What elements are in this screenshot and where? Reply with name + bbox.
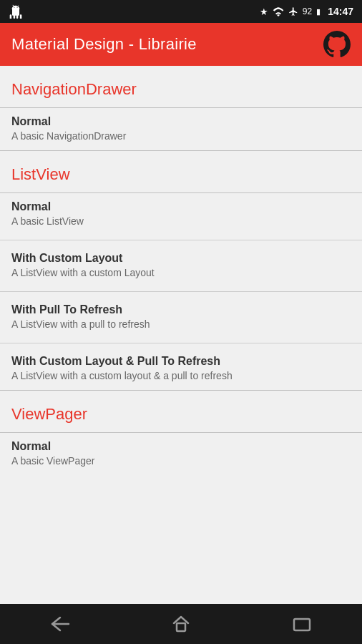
list-item[interactable]: Normal A basic NavigationDrawer — [0, 108, 362, 150]
back-icon — [50, 616, 70, 632]
home-icon — [172, 615, 190, 633]
recents-button[interactable] — [241, 604, 362, 644]
item-subtitle: A basic NavigationDrawer — [11, 130, 351, 142]
octocat-icon[interactable] — [323, 31, 351, 58]
section-view-pager: ViewPager Normal A basic ViewPager — [0, 391, 362, 475]
svg-rect-1 — [177, 623, 185, 631]
recents-icon — [293, 616, 311, 632]
item-title: With Pull To Refresh — [11, 303, 351, 316]
toolbar: Material Design - Librairie — [0, 23, 362, 66]
item-title: Normal — [11, 115, 351, 128]
divider — [0, 291, 362, 292]
bluetooth-icon: ★ — [260, 6, 268, 17]
android-icon — [9, 4, 23, 19]
airplane-icon — [288, 6, 298, 16]
section-heading-list-view: ListView — [0, 151, 362, 192]
section-navigation-drawer: NavigationDrawer Normal A basic Navigati… — [0, 66, 362, 151]
back-button[interactable] — [0, 604, 121, 644]
section-heading-navigation-drawer: NavigationDrawer — [0, 66, 362, 107]
navigation-bar — [0, 604, 362, 644]
section-list-view: ListView Normal A basic ListView With Cu… — [0, 151, 362, 391]
list-item[interactable]: Normal A basic ListView — [0, 193, 362, 235]
item-subtitle: A basic ViewPager — [11, 455, 351, 467]
section-heading-view-pager: ViewPager — [0, 391, 362, 432]
wifi-icon — [273, 6, 284, 16]
item-subtitle: A ListView with a pull to refresh — [11, 318, 351, 330]
status-bar: ★ 92 ▮ 14:47 — [0, 0, 362, 23]
svg-rect-2 — [294, 619, 310, 630]
item-title: With Custom Layout & Pull To Refresh — [11, 355, 351, 368]
item-subtitle: A basic ListView — [11, 215, 351, 227]
status-bar-left — [9, 4, 23, 19]
content-area: NavigationDrawer Normal A basic Navigati… — [0, 66, 362, 604]
item-subtitle: A ListView with a custom layout & a pull… — [11, 370, 351, 381]
toolbar-title: Material Design - Librairie — [11, 35, 197, 54]
battery-icon: ▮ — [316, 7, 321, 16]
item-title: Normal — [11, 440, 351, 453]
item-title: Normal — [11, 200, 351, 213]
item-title: With Custom Layout — [11, 252, 351, 265]
list-item[interactable]: Normal A basic ViewPager — [0, 433, 362, 475]
list-item[interactable]: With Pull To Refresh A ListView with a p… — [0, 296, 362, 338]
status-time: 14:47 — [328, 6, 353, 17]
list-item[interactable]: With Custom Layout A ListView with a cus… — [0, 245, 362, 287]
home-button[interactable] — [121, 604, 242, 644]
battery-level: 92 — [303, 6, 312, 16]
item-subtitle: A ListView with a custom Layout — [11, 267, 351, 278]
divider — [0, 343, 362, 343]
list-item[interactable]: With Custom Layout & Pull To Refresh A L… — [0, 348, 362, 390]
status-bar-right: ★ 92 ▮ 14:47 — [260, 6, 353, 17]
divider — [0, 240, 362, 240]
